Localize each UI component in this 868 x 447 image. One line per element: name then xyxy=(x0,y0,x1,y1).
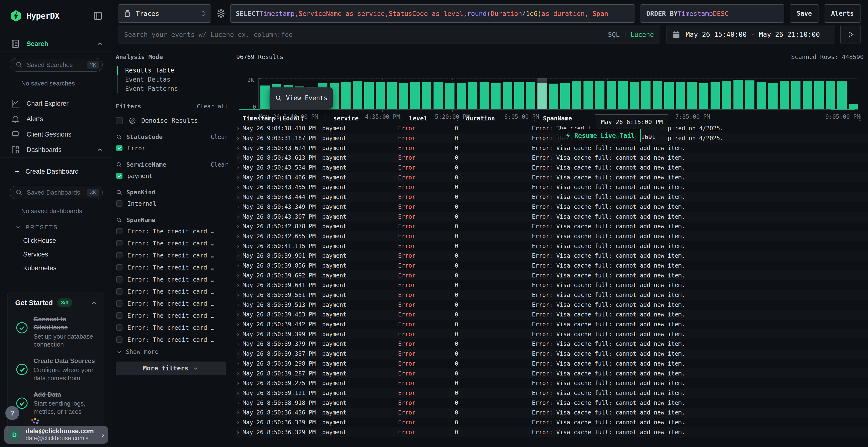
histogram-bar[interactable] xyxy=(803,81,812,109)
row-expand-chevron-icon[interactable]: › xyxy=(236,419,243,426)
saved-dashboards-input[interactable]: Saved Dashboards ⌘K xyxy=(10,186,103,199)
histogram-bar[interactable] xyxy=(618,81,628,109)
table-row[interactable]: ›May 26 8:50:43.307 PMpaymentError0Error… xyxy=(236,212,868,221)
row-expand-chevron-icon[interactable]: › xyxy=(236,282,243,288)
more-filters-button[interactable]: More filters xyxy=(116,362,226,375)
sidebar-collapse-icon[interactable] xyxy=(93,10,103,21)
filter-checkbox[interactable] xyxy=(116,264,123,271)
clear-all-button[interactable]: Clear all xyxy=(197,103,228,110)
histogram-bar[interactable] xyxy=(745,80,754,109)
filter-checkbox-item[interactable]: Error: The credit card … xyxy=(116,287,231,296)
filter-checkbox-item[interactable]: Error: The credit card … xyxy=(116,311,231,320)
help-button[interactable]: ? xyxy=(5,406,19,420)
filter-checkbox[interactable] xyxy=(116,312,123,319)
sidebar-item-search[interactable]: Search xyxy=(0,36,112,51)
row-expand-chevron-icon[interactable]: › xyxy=(236,350,243,357)
row-expand-chevron-icon[interactable]: › xyxy=(236,390,243,397)
view-events-popover[interactable]: View Events xyxy=(270,88,333,109)
filter-checkbox-item[interactable]: Error: The credit card … xyxy=(116,263,231,272)
histogram-bar[interactable] xyxy=(468,82,477,109)
filter-checkbox-item[interactable]: Error: The credit card … xyxy=(116,239,231,248)
histogram-bar[interactable] xyxy=(514,82,524,109)
histogram-bar[interactable] xyxy=(791,81,801,109)
table-row[interactable]: ›May 26 8:50:39.641 PMpaymentError0Error… xyxy=(236,280,868,290)
histogram-bar[interactable] xyxy=(756,82,766,109)
col-service[interactable]: service xyxy=(333,115,359,122)
sidebar-item-chart-explorer[interactable]: Chart Explorer xyxy=(0,96,112,111)
filter-checkbox-item[interactable]: Internal xyxy=(116,199,231,208)
histogram-bar[interactable] xyxy=(491,83,500,109)
histogram-bar[interactable] xyxy=(826,81,835,109)
saved-searches-input[interactable]: Saved Searches ⌘K xyxy=(10,58,103,72)
filter-checkbox-item[interactable]: Error: The credit card … xyxy=(116,335,231,344)
table-row[interactable]: ›May 26 8:50:39.901 PMpaymentError0Error… xyxy=(236,251,868,261)
table-row[interactable]: ›May 26 8:50:43.613 PMpaymentError0Error… xyxy=(236,153,868,163)
create-dashboard-button[interactable]: + Create Dashboard xyxy=(0,158,112,176)
show-more-button[interactable]: Show more xyxy=(116,348,231,355)
histogram-bar[interactable] xyxy=(664,82,674,109)
histogram-bar[interactable] xyxy=(364,82,374,109)
table-row[interactable]: ›May 26 8:50:36.339 PMpaymentError0Error… xyxy=(236,418,868,427)
row-expand-chevron-icon[interactable]: › xyxy=(236,302,243,308)
filter-checkbox[interactable] xyxy=(116,276,123,282)
histogram-bar[interactable] xyxy=(630,82,639,109)
histogram-bar[interactable] xyxy=(434,82,443,109)
row-expand-chevron-icon[interactable]: › xyxy=(236,409,243,416)
time-range-picker[interactable]: May 26 15:40:00 - May 26 21:10:00 xyxy=(666,25,835,44)
row-expand-chevron-icon[interactable]: › xyxy=(236,213,243,220)
table-row[interactable]: ›May 26 8:50:39.337 PMpaymentError0Error… xyxy=(236,349,868,359)
sidebar-item-dashboards[interactable]: Dashboards xyxy=(0,142,112,158)
user-menu[interactable]: D dale@clickhouse.com dale@clickhouse.co… xyxy=(4,426,108,444)
histogram-bar[interactable] xyxy=(849,104,858,109)
row-expand-chevron-icon[interactable]: › xyxy=(236,262,243,269)
row-expand-chevron-icon[interactable]: › xyxy=(236,204,243,210)
row-expand-chevron-icon[interactable]: › xyxy=(236,331,243,338)
histogram-bar[interactable] xyxy=(353,81,362,109)
row-expand-chevron-icon[interactable]: › xyxy=(236,194,243,200)
histogram-bar[interactable] xyxy=(768,83,778,109)
table-row[interactable]: ›May 26 8:50:43.349 PMpaymentError0Error… xyxy=(236,202,868,212)
filter-checkbox[interactable] xyxy=(116,252,123,259)
filter-checkbox-item[interactable]: Error xyxy=(116,144,231,152)
row-expand-chevron-icon[interactable]: › xyxy=(236,243,243,249)
filter-clear-button[interactable]: Clear xyxy=(211,161,228,168)
denoise-checkbox[interactable] xyxy=(116,117,123,124)
row-expand-chevron-icon[interactable]: › xyxy=(236,145,243,151)
histogram-bar[interactable] xyxy=(457,83,466,109)
language-sql-toggle[interactable]: SQL xyxy=(608,31,620,38)
histogram-bar[interactable] xyxy=(607,81,616,109)
row-expand-chevron-icon[interactable]: › xyxy=(236,400,243,406)
histogram-bar[interactable] xyxy=(653,81,662,109)
table-row[interactable]: ›May 26 8:50:39.298 PMpaymentError0Error… xyxy=(236,359,868,369)
event-search-input[interactable]: Search your events w/ Lucene ex. column:… xyxy=(118,25,660,44)
row-expand-chevron-icon[interactable]: › xyxy=(236,429,243,436)
histogram-bar[interactable] xyxy=(445,83,455,109)
histogram-bar[interactable] xyxy=(595,81,604,109)
filter-checkbox[interactable] xyxy=(116,228,123,234)
table-row[interactable]: ›May 26 8:50:43.466 PMpaymentError0Error… xyxy=(236,172,868,182)
sidebar-preset-item[interactable]: Services xyxy=(0,244,112,258)
row-expand-chevron-icon[interactable]: › xyxy=(236,184,243,191)
events-histogram[interactable]: 2K 0 May 26 3:40:00 PM4:35:00 PM5:20:00 … xyxy=(236,64,868,112)
row-expand-chevron-icon[interactable]: › xyxy=(236,252,243,259)
filter-checkbox[interactable] xyxy=(116,173,123,179)
presets-toggle[interactable]: PRESETS xyxy=(0,215,112,231)
histogram-bars[interactable] xyxy=(260,78,858,109)
histogram-bar[interactable] xyxy=(734,80,743,109)
histogram-bar[interactable] xyxy=(572,81,581,109)
histogram-bar[interactable] xyxy=(399,83,408,109)
row-expand-chevron-icon[interactable]: › xyxy=(236,360,243,367)
histogram-bar[interactable] xyxy=(699,83,708,109)
table-row[interactable]: ›May 26 8:50:41.115 PMpaymentError0Error… xyxy=(236,241,868,251)
row-expand-chevron-icon[interactable]: › xyxy=(236,223,243,230)
histogram-bar[interactable] xyxy=(560,83,570,109)
filter-checkbox-item[interactable]: Error: The credit card … xyxy=(116,227,231,236)
histogram-bar[interactable] xyxy=(584,81,593,109)
histogram-bar[interactable] xyxy=(549,83,558,109)
histogram-bar[interactable] xyxy=(410,82,420,109)
row-expand-chevron-icon[interactable]: › xyxy=(236,311,243,318)
analysis-mode-results-table[interactable]: Results Table xyxy=(125,66,178,75)
table-row[interactable]: ›May 26 8:50:39.399 PMpaymentError0Error… xyxy=(236,329,868,339)
row-expand-chevron-icon[interactable]: › xyxy=(236,174,243,181)
get-started-item[interactable]: Create Data SourcesConfigure where your … xyxy=(7,349,104,382)
